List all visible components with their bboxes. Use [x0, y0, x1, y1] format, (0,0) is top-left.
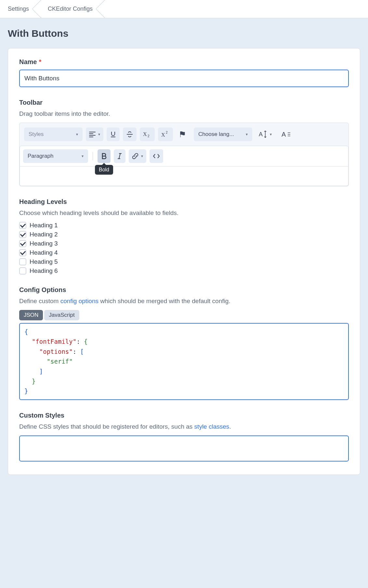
- heading-checklist: Heading 1Heading 2Heading 3Heading 4Head…: [19, 222, 349, 274]
- flag-icon: [179, 131, 187, 138]
- tab-javascript[interactable]: JavaScript: [44, 310, 79, 320]
- breadcrumb: Settings CKEditor Configs: [0, 0, 368, 18]
- subscript-icon: X2: [143, 131, 151, 138]
- heading-checkbox-row[interactable]: Heading 3: [19, 240, 349, 247]
- svg-text:A: A: [282, 131, 286, 138]
- chevron-down-icon: ▾: [76, 132, 78, 137]
- chevron-down-icon: ▾: [246, 132, 248, 137]
- italic-button[interactable]: [114, 149, 125, 163]
- config-options-link[interactable]: config options: [60, 298, 99, 304]
- headings-helper: Choose which heading levels should be av…: [19, 209, 349, 217]
- heading-checkbox-row[interactable]: Heading 1: [19, 222, 349, 229]
- checkbox[interactable]: [19, 258, 26, 265]
- source-button[interactable]: [150, 149, 163, 163]
- checkbox[interactable]: [19, 249, 26, 256]
- svg-text:A: A: [259, 131, 263, 138]
- link-icon: [132, 153, 138, 159]
- toolbar-helper: Drag toolbar items into the editor.: [19, 110, 349, 117]
- strike-button[interactable]: [123, 127, 137, 141]
- bold-button[interactable]: [98, 149, 111, 163]
- chevron-down-icon: ▾: [82, 154, 84, 158]
- superscript-button[interactable]: X2: [158, 127, 173, 141]
- bold-tooltip: Bold: [95, 165, 113, 175]
- code-icon: [153, 153, 160, 159]
- svg-text:2: 2: [148, 134, 150, 138]
- svg-text:2: 2: [166, 131, 168, 134]
- checkbox[interactable]: [19, 240, 26, 247]
- name-input[interactable]: [19, 70, 349, 87]
- font-size-button[interactable]: A: [278, 127, 294, 141]
- checkbox-label: Heading 3: [30, 240, 58, 247]
- checkbox[interactable]: [19, 267, 26, 274]
- checkbox-label: Heading 2: [30, 231, 58, 238]
- paragraph-dropdown[interactable]: Paragraph ▾: [23, 149, 88, 163]
- config-label: Config Options: [19, 286, 349, 294]
- italic-icon: [117, 153, 122, 159]
- config-helper: Define custom config options which shoul…: [19, 298, 349, 305]
- custom-styles-label: Custom Styles: [19, 412, 349, 419]
- font-size-icon: A: [282, 131, 291, 138]
- underline-icon: [110, 131, 116, 138]
- toolbar-label: Toolbar: [19, 99, 349, 106]
- toolbar-separator: [93, 152, 93, 160]
- styles-dropdown[interactable]: Styles ▾: [24, 127, 83, 141]
- line-height-icon: A: [259, 131, 267, 138]
- subscript-button[interactable]: X2: [140, 127, 155, 141]
- checkbox[interactable]: [19, 222, 26, 229]
- svg-text:X: X: [143, 131, 147, 137]
- heading-checkbox-row[interactable]: Heading 5: [19, 258, 349, 265]
- breadcrumb-item-settings[interactable]: Settings: [0, 0, 37, 18]
- heading-checkbox-row[interactable]: Heading 4: [19, 249, 349, 256]
- line-height-button[interactable]: A ▾: [256, 127, 275, 141]
- svg-text:X: X: [161, 132, 165, 138]
- breadcrumb-item-ckeditor[interactable]: CKEditor Configs: [37, 0, 100, 18]
- heading-checkbox-row[interactable]: Heading 6: [19, 267, 349, 274]
- toolbar-editor: Styles ▾ ▾: [19, 123, 349, 186]
- align-button[interactable]: ▾: [86, 127, 103, 141]
- checkbox-label: Heading 4: [30, 249, 58, 256]
- chevron-down-icon: ▾: [141, 154, 143, 158]
- heading-checkbox-row[interactable]: Heading 2: [19, 231, 349, 238]
- checkbox-label: Heading 6: [30, 267, 58, 274]
- config-code-editor[interactable]: { "fontFamily": { "options": [ "serif" ]…: [19, 323, 349, 400]
- chevron-down-icon: ▾: [270, 132, 272, 137]
- checkbox-label: Heading 1: [30, 222, 58, 229]
- align-left-icon: [89, 131, 96, 137]
- underline-button[interactable]: [107, 127, 120, 141]
- link-button[interactable]: ▾: [129, 149, 146, 163]
- name-label: Name*: [19, 58, 349, 66]
- superscript-icon: X2: [161, 131, 170, 138]
- strikethrough-icon: [126, 131, 133, 138]
- editor-body[interactable]: [20, 167, 348, 186]
- language-dropdown[interactable]: Choose lang... ▾: [194, 127, 252, 141]
- style-classes-link[interactable]: style classes: [194, 423, 230, 430]
- bold-icon: [101, 153, 107, 159]
- svg-line-17: [119, 154, 120, 159]
- chevron-down-icon: ▾: [98, 132, 100, 137]
- tab-json[interactable]: JSON: [19, 310, 43, 320]
- custom-styles-helper: Define CSS styles that should be registe…: [19, 423, 349, 430]
- headings-label: Heading Levels: [19, 198, 349, 206]
- checkbox-label: Heading 5: [30, 258, 58, 265]
- form-card: Name* Toolbar Drag toolbar items into th…: [8, 48, 360, 475]
- page-title: With Buttons: [8, 28, 360, 39]
- flag-button[interactable]: [176, 127, 191, 141]
- required-indicator: *: [39, 58, 41, 66]
- checkbox[interactable]: [19, 231, 26, 238]
- custom-styles-editor[interactable]: [19, 435, 349, 461]
